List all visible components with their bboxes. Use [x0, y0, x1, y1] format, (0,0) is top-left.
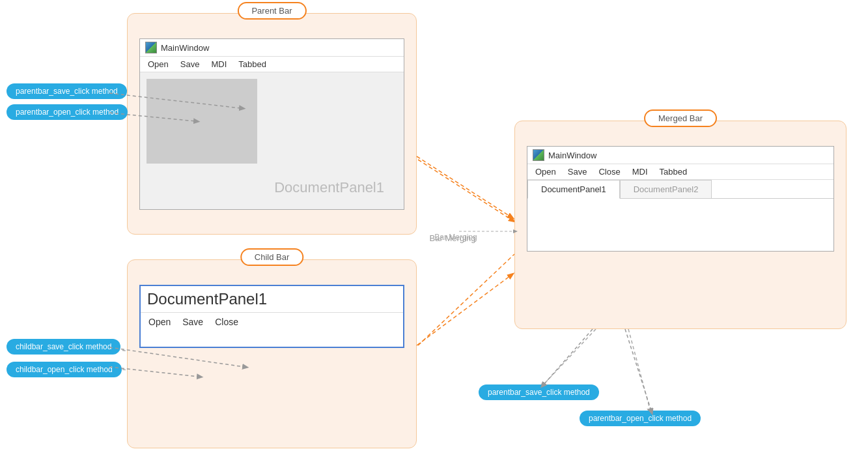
merged-menu-open[interactable]: Open [535, 167, 556, 177]
svg-text:Bar Merging: Bar Merging [434, 233, 477, 242]
svg-line-15 [544, 329, 593, 384]
parent-window-title: MainWindow [161, 43, 209, 53]
parent-bar-panel: Parent Bar MainWindow Open Save MDI Tabb… [127, 13, 417, 235]
parent-menu-open[interactable]: Open [148, 59, 169, 69]
child-main-window: DocumentPanel1 Open Save Close [139, 285, 404, 348]
merged-tab-bar: DocumentPanel1 DocumentPanel2 [527, 180, 833, 199]
parent-window-icon [145, 42, 157, 53]
merged-window-icon [533, 149, 544, 161]
merged-window-menubar: Open Save Close MDI Tabbed [527, 164, 833, 180]
merged-menu-mdi[interactable]: MDI [632, 167, 648, 177]
child-window-titlebar: DocumentPanel1 [141, 286, 403, 312]
merged-tab-docpanel2[interactable]: DocumentPanel2 [620, 180, 712, 198]
svg-line-1 [418, 254, 514, 345]
child-menu-save[interactable]: Save [182, 317, 203, 327]
badge-parentbar-open-left[interactable]: parentbar_open_click method [7, 104, 128, 120]
svg-text:Bar Merging: Bar Merging [430, 233, 476, 243]
parent-menu-mdi[interactable]: MDI [211, 59, 227, 69]
parent-thumbnail [147, 79, 257, 164]
parent-window-titlebar: MainWindow [140, 39, 404, 57]
merged-menu-close[interactable]: Close [598, 167, 620, 177]
parent-menu-tabbed[interactable]: Tabbed [238, 59, 266, 69]
parent-main-window: MainWindow Open Save MDI Tabbed Document… [139, 38, 404, 210]
parent-doc-panel-label: DocumentPanel1 [274, 179, 384, 196]
svg-line-14 [417, 274, 513, 345]
merged-menu-save[interactable]: Save [568, 167, 587, 177]
parent-bar-label: Parent Bar [237, 2, 306, 20]
parent-menu-save[interactable]: Save [180, 59, 200, 69]
badge-childbar-save-left[interactable]: childbar_save_click method [7, 339, 120, 355]
badge-parentbar-open-bottom[interactable]: parentbar_open_click method [580, 411, 701, 426]
svg-line-6 [540, 329, 596, 388]
parent-doc-content: DocumentPanel1 [140, 72, 404, 209]
child-menu-close[interactable]: Close [215, 317, 238, 327]
merged-main-window: MainWindow Open Save Close MDI Tabbed Do… [527, 146, 834, 252]
merged-menu-tabbed[interactable]: Tabbed [660, 167, 688, 177]
merged-window-title: MainWindow [548, 151, 596, 160]
badge-childbar-open-left[interactable]: childbar_open_click method [7, 362, 122, 377]
child-bar-label: Child Bar [240, 248, 303, 266]
svg-line-16 [625, 329, 651, 411]
merged-tab-docpanel1[interactable]: DocumentPanel1 [527, 180, 620, 199]
diagram-container: Bar Merging Parent Bar MainWindow Open S… [0, 0, 868, 464]
merged-window-titlebar: MainWindow [527, 147, 833, 164]
child-window-title: DocumentPanel1 [147, 290, 267, 308]
merged-content-area [527, 199, 833, 251]
child-bar-panel: Child Bar DocumentPanel1 Open Save Close [127, 259, 417, 448]
parent-window-menubar: Open Save MDI Tabbed [140, 57, 404, 72]
badge-parentbar-save-left[interactable]: parentbar_save_click method [7, 83, 127, 99]
svg-line-13 [417, 156, 513, 218]
svg-line-0 [418, 160, 514, 222]
merged-bar-panel: Merged Bar MainWindow Open Save Close MD… [514, 121, 847, 329]
child-menu-open[interactable]: Open [148, 317, 171, 327]
child-window-menubar: Open Save Close [141, 312, 403, 347]
badge-parentbar-save-bottom[interactable]: parentbar_save_click method [479, 384, 599, 400]
merged-bar-label: Merged Bar [644, 109, 717, 127]
svg-line-7 [628, 329, 651, 414]
